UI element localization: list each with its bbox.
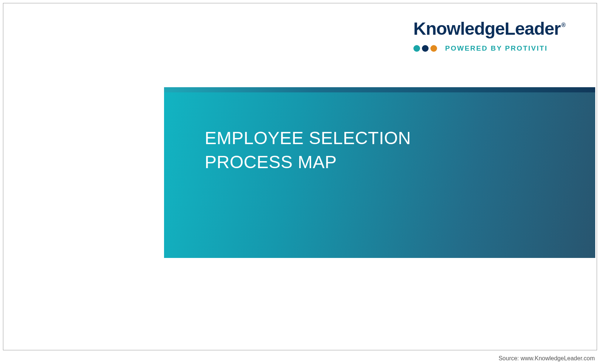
title-line-1: EMPLOYEE SELECTION	[205, 126, 595, 150]
logo-subline: POWERED BY PROTIVITI	[413, 44, 565, 52]
logo-dots	[413, 45, 437, 52]
logo-brand-text: KnowledgeLeader	[413, 19, 560, 38]
dot-teal-icon	[413, 45, 420, 52]
title-block: EMPLOYEE SELECTION PROCESS MAP	[164, 92, 595, 258]
title-accent-bar	[164, 87, 595, 92]
dot-orange-icon	[430, 45, 437, 52]
title-block-wrap: EMPLOYEE SELECTION PROCESS MAP	[164, 87, 595, 258]
logo-brand: KnowledgeLeader®	[413, 20, 565, 38]
source-attribution: Source: www.KnowledgeLeader.com	[498, 355, 595, 362]
slide-frame: KnowledgeLeader® POWERED BY PROTIVITI EM…	[3, 3, 597, 350]
dot-navy-icon	[422, 45, 429, 52]
logo-area: KnowledgeLeader® POWERED BY PROTIVITI	[413, 20, 565, 52]
slide-title: EMPLOYEE SELECTION PROCESS MAP	[205, 126, 595, 174]
title-line-2: PROCESS MAP	[205, 150, 595, 174]
registered-mark: ®	[561, 22, 565, 28]
logo-tagline: POWERED BY PROTIVITI	[445, 44, 548, 52]
